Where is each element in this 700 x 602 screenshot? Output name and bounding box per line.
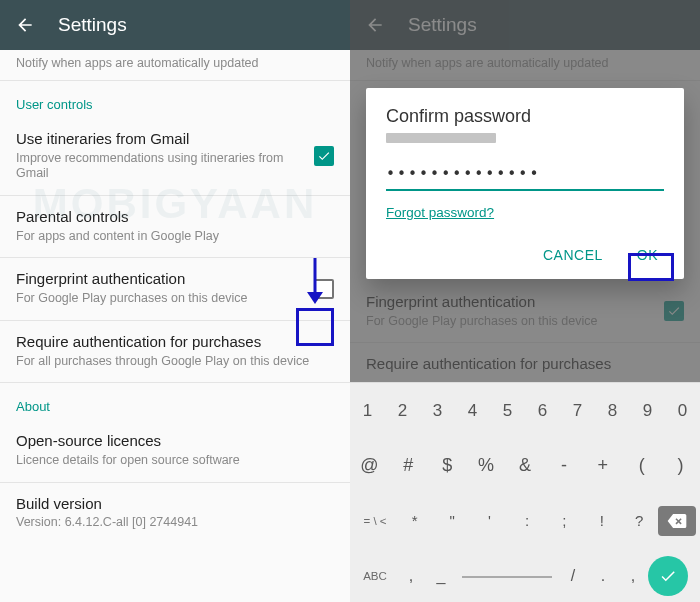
key-enter[interactable]: [648, 556, 688, 596]
key-backspace[interactable]: [658, 506, 696, 536]
key-hash[interactable]: #: [389, 455, 428, 476]
key-squote[interactable]: ': [471, 512, 508, 529]
key-5[interactable]: 5: [490, 401, 525, 421]
fingerprint-checkbox[interactable]: [314, 279, 334, 299]
account-redacted: [386, 133, 496, 143]
key-amp[interactable]: &: [506, 455, 545, 476]
key-6[interactable]: 6: [525, 401, 560, 421]
key-4[interactable]: 4: [455, 401, 490, 421]
key-3[interactable]: 3: [420, 401, 455, 421]
key-semicolon[interactable]: ;: [546, 512, 583, 529]
key-colon[interactable]: :: [508, 512, 545, 529]
key-dash[interactable]: -: [544, 455, 583, 476]
build-title: Build version: [16, 495, 334, 514]
appbar-title: Settings: [58, 14, 127, 36]
key-dquote[interactable]: ": [433, 512, 470, 529]
key-bang[interactable]: !: [583, 512, 620, 529]
key-symbols-page[interactable]: = \ <: [354, 515, 396, 527]
notify-sub: Notify when apps are automatically updat…: [0, 50, 350, 81]
key-rparen[interactable]: ): [661, 455, 700, 476]
key-qmark[interactable]: ?: [621, 512, 658, 529]
row-build[interactable]: Build version Version: 6.4.12.C-all [0] …: [0, 483, 350, 544]
row-oss[interactable]: Open-source licences Licence details for…: [0, 420, 350, 482]
keyboard: 1 2 3 4 5 6 7 8 9 0 @ # $ % & - + ( ): [350, 382, 700, 602]
key-0[interactable]: 0: [665, 401, 700, 421]
fingerprint-title: Fingerprint authentication: [16, 270, 314, 289]
key-9[interactable]: 9: [630, 401, 665, 421]
section-user-controls: User controls: [0, 81, 350, 118]
parental-sub: For apps and content in Google Play: [16, 229, 334, 245]
key-dollar[interactable]: $: [428, 455, 467, 476]
password-input[interactable]: ••••••••••••••: [386, 165, 664, 191]
key-star[interactable]: *: [396, 512, 433, 529]
key-abc[interactable]: ABC: [354, 570, 396, 582]
key-1[interactable]: 1: [350, 401, 385, 421]
key-2[interactable]: 2: [385, 401, 420, 421]
kb-row-3: = \ < * " ' : ; ! ?: [350, 493, 700, 548]
build-sub: Version: 6.4.12.C-all [0] 2744941: [16, 515, 334, 531]
confirm-password-dialog: Confirm password •••••••••••••• Forgot p…: [366, 88, 684, 279]
key-slash[interactable]: /: [558, 567, 588, 585]
key-at[interactable]: @: [350, 455, 389, 476]
use-itineraries-title: Use itineraries from Gmail: [16, 130, 314, 149]
oss-sub: Licence details for open source software: [16, 453, 334, 469]
key-7[interactable]: 7: [560, 401, 595, 421]
kb-row-4: ABC , _ / . ,: [350, 548, 700, 602]
back-button[interactable]: [14, 14, 36, 36]
key-space[interactable]: [462, 574, 552, 578]
appbar: Settings: [0, 0, 350, 50]
oss-title: Open-source licences: [16, 432, 334, 451]
key-percent[interactable]: %: [467, 455, 506, 476]
section-about: About: [0, 383, 350, 420]
key-8[interactable]: 8: [595, 401, 630, 421]
key-underscore[interactable]: _: [426, 567, 456, 585]
key-lparen[interactable]: (: [622, 455, 661, 476]
key-comma[interactable]: ,: [396, 567, 426, 585]
row-parental-controls[interactable]: Parental controls For apps and content i…: [0, 196, 350, 258]
key-plus[interactable]: +: [583, 455, 622, 476]
kb-row-1: 1 2 3 4 5 6 7 8 9 0: [350, 383, 700, 438]
cancel-button[interactable]: CANCEL: [537, 243, 609, 267]
key-period[interactable]: .: [588, 567, 618, 585]
kb-row-2: @ # $ % & - + ( ): [350, 438, 700, 493]
parental-title: Parental controls: [16, 208, 334, 227]
key-comma2[interactable]: ,: [618, 567, 648, 585]
row-require-auth[interactable]: Require authentication for purchases For…: [0, 321, 350, 383]
forgot-password-link[interactable]: Forgot password?: [386, 205, 494, 220]
ok-button[interactable]: OK: [631, 243, 664, 267]
dialog-title: Confirm password: [386, 106, 664, 127]
use-itineraries-sub: Improve recommendations using itinerarie…: [16, 151, 314, 182]
require-auth-sub: For all purchases through Google Play on…: [16, 354, 334, 370]
fingerprint-sub: For Google Play purchases on this device: [16, 291, 314, 307]
require-auth-title: Require authentication for purchases: [16, 333, 334, 352]
row-fingerprint[interactable]: Fingerprint authentication For Google Pl…: [0, 258, 350, 320]
row-use-itineraries[interactable]: Use itineraries from Gmail Improve recom…: [0, 118, 350, 196]
use-itineraries-checkbox[interactable]: [314, 146, 334, 166]
